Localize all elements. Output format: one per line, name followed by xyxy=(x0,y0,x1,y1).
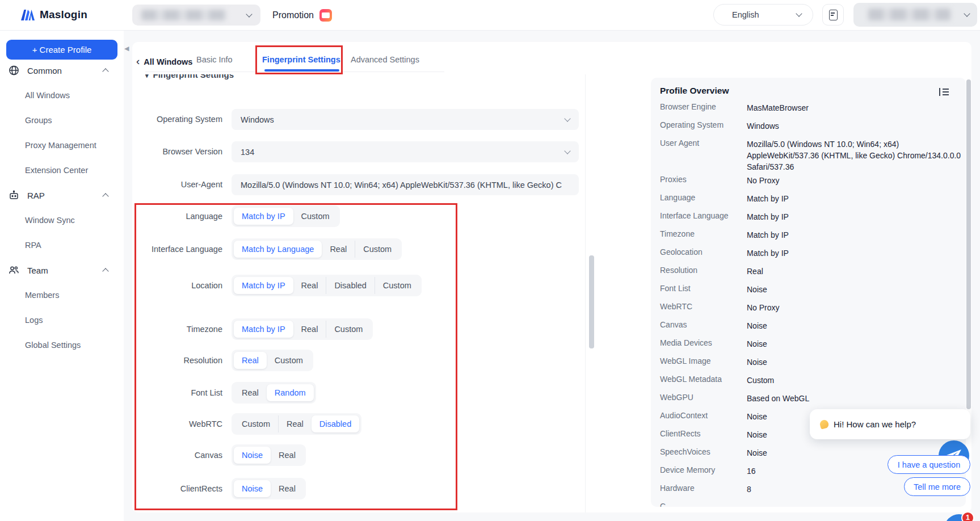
sidebar-section-common[interactable]: Common xyxy=(0,58,124,83)
overview-value: No Proxy xyxy=(747,302,962,313)
chevron-down-icon xyxy=(964,10,970,16)
chat-question-button[interactable]: I have a question xyxy=(888,455,970,474)
overview-label: Font List xyxy=(660,284,691,293)
maslogin-logo: Maslogin xyxy=(20,9,87,21)
sidebar-item-all-windows[interactable]: All Windows xyxy=(0,83,124,108)
overview-row-operating-system: Operating SystemWindows xyxy=(651,120,966,138)
fingerprint-settings-section-header: ▾Fingerprint Settings xyxy=(145,74,316,82)
tab-basic-info[interactable]: Basic Info xyxy=(196,55,233,69)
overview-row-media-devices: Media DevicesNoise xyxy=(651,338,966,356)
app-title: Maslogin xyxy=(40,9,87,21)
sidebar-section-label: Team xyxy=(27,266,48,275)
overview-label: Interface Language xyxy=(660,211,729,220)
sidebar-item-members[interactable]: Members xyxy=(0,283,124,308)
overview-row-interface-language: Interface LanguageMatch by IP xyxy=(651,211,966,229)
sidebar-item-label: Proxy Management xyxy=(25,141,96,150)
overview-label: Media Devices xyxy=(660,338,712,347)
overview-value: Noise xyxy=(747,338,962,350)
promotion-gift-icon xyxy=(319,9,332,22)
globe-icon xyxy=(9,65,19,76)
sidebar-item-extension-center[interactable]: Extension Center xyxy=(0,158,124,183)
overview-scrollbar[interactable] xyxy=(966,79,971,409)
overview-value: Match by IP xyxy=(747,229,962,241)
sidebar-item-label: RPA xyxy=(25,241,41,250)
overview-row-webrtc: WebRTCNo Proxy xyxy=(651,302,966,320)
chevron-down-icon xyxy=(246,11,252,17)
language-selector[interactable]: English xyxy=(713,4,813,26)
sidebar-item-window-sync[interactable]: Window Sync xyxy=(0,208,124,233)
overview-value: Real xyxy=(747,266,962,277)
overview-value: Match by IP xyxy=(747,247,962,259)
create-profile-button[interactable]: + Create Profile xyxy=(6,40,117,60)
sidebar-item-label: Extension Center xyxy=(25,166,88,175)
form-scrollbar[interactable] xyxy=(589,255,594,348)
overview-label: Proxies xyxy=(660,175,687,184)
promotion-label: Promotion xyxy=(272,10,314,20)
overview-value: Based on WebGL xyxy=(747,393,962,404)
annotation-box-tab xyxy=(255,45,343,74)
overview-label: Geolocation xyxy=(660,247,703,257)
chevron-down-icon xyxy=(564,148,570,154)
overview-value: Match by IP xyxy=(747,211,962,222)
overview-value: Noise xyxy=(747,356,962,368)
sidebar-item-proxy-management[interactable]: Proxy Management xyxy=(0,133,124,158)
overview-label: WebGPU xyxy=(660,393,693,402)
sidebar-item-groups[interactable]: Groups xyxy=(0,108,124,133)
docs-button[interactable] xyxy=(822,4,844,26)
promotion-link[interactable]: Promotion xyxy=(272,0,332,31)
sidebar-nav: CommonAll WindowsGroupsProxy ManagementE… xyxy=(0,58,124,358)
overview-row-webgpu: WebGPUBased on WebGL xyxy=(651,393,966,411)
overview-row-browser-engine: Browser EngineMasMateBrowser xyxy=(651,102,966,120)
overview-label: Device Memory xyxy=(660,465,715,474)
user-agent-input[interactable]: Mozilla/5.0 (Windows NT 10.0; Win64; x64… xyxy=(232,174,579,195)
sidebar-item-label: Groups xyxy=(25,116,52,125)
language-selector-value: English xyxy=(732,10,759,19)
overview-row-webgl-metadata: WebGL MetadataCustom xyxy=(651,375,966,393)
sidebar-item-logs[interactable]: Logs xyxy=(0,308,124,333)
profile-overview-panel: Profile Overview Browser EngineMasMateBr… xyxy=(651,78,966,507)
caret-down-icon: ▾ xyxy=(145,74,149,79)
redacted-profile-name xyxy=(141,10,226,20)
chat-tell-me-more-button[interactable]: Tell me more xyxy=(904,477,970,496)
sidebar-item-rpa[interactable]: RPA xyxy=(0,233,124,258)
operating-system-select[interactable]: Windows xyxy=(232,109,579,130)
app-window: Maslogin Promotion English + Create Prof… xyxy=(0,0,980,521)
overview-label: Canvas xyxy=(660,320,687,329)
overview-label: Browser Engine xyxy=(660,102,716,111)
profile-selector-dropdown[interactable] xyxy=(132,5,260,26)
sidebar-item-global-settings[interactable]: Global Settings xyxy=(0,333,124,358)
redacted-account-name xyxy=(868,9,950,20)
overview-row-resolution: ResolutionReal xyxy=(651,266,966,284)
account-dropdown[interactable] xyxy=(853,3,977,27)
overview-row-timezone: TimezoneMatch by IP xyxy=(651,229,966,247)
sidebar-item-label: Window Sync xyxy=(25,216,75,225)
back-to-all-windows[interactable]: ‹ All Windows xyxy=(136,55,192,69)
browser-version-select[interactable]: 134 xyxy=(232,141,579,162)
overview-row-font-list: Font ListNoise xyxy=(651,284,966,302)
overview-row-canvas: CanvasNoise xyxy=(651,320,966,338)
sidebar-section-rap[interactable]: RAP xyxy=(0,183,124,208)
field-value: 134 xyxy=(241,148,565,157)
overview-value: MasMateBrowser xyxy=(747,102,962,114)
field-value: Mozilla/5.0 (Windows NT 10.0; Win64; x64… xyxy=(241,180,570,190)
chevron-down-icon xyxy=(564,115,570,121)
team-icon xyxy=(9,265,19,276)
overview-row-language: LanguageMatch by IP xyxy=(651,193,966,211)
overview-value: Custom xyxy=(747,375,962,386)
sidebar-section-label: RAP xyxy=(27,191,45,200)
annotation-box-fingerprint-options xyxy=(134,203,457,510)
robot-icon xyxy=(9,190,19,201)
chat-greeting-text: Hi! How can we help? xyxy=(834,419,916,429)
collapse-panel-icon[interactable] xyxy=(939,88,949,96)
overview-value: Noise xyxy=(747,320,962,331)
tab-advanced-settings[interactable]: Advanced Settings xyxy=(351,55,419,69)
overview-value: Windows xyxy=(747,120,962,132)
waving-hand-icon xyxy=(819,419,829,429)
document-icon xyxy=(829,10,838,20)
overview-label: User Agent xyxy=(660,138,699,148)
sidebar-section-team[interactable]: Team xyxy=(0,258,124,283)
overview-value: Mozilla/5.0 (Windows NT 10.0; Win64; x64… xyxy=(747,138,962,173)
overview-label: WebGL Image xyxy=(660,356,711,365)
sidebar-collapse-button[interactable]: ◀ xyxy=(124,43,132,53)
sidebar: + Create Profile CommonAll WindowsGroups… xyxy=(0,31,124,521)
